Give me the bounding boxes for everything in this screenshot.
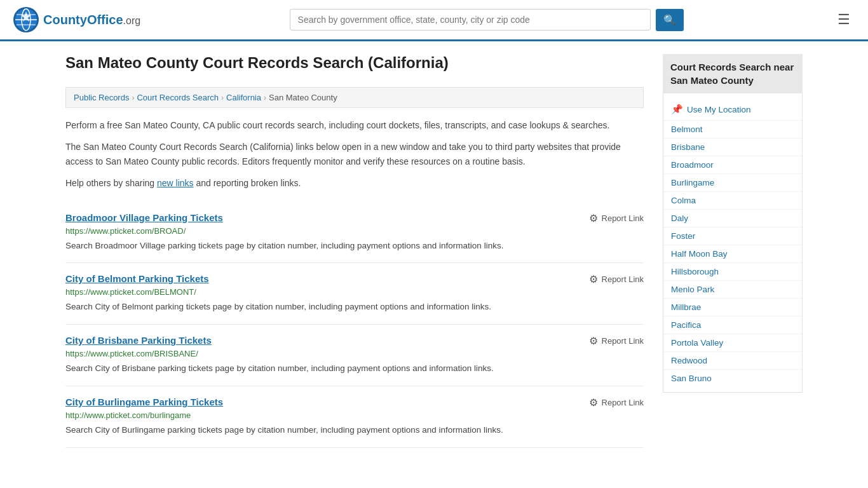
header-right: ☰: [832, 9, 855, 30]
sidebar-link-brisbane[interactable]: Brisbane: [663, 138, 802, 156]
result-url-3: http://www.pticket.com/burlingame: [65, 410, 644, 420]
result-desc-0: Search Broadmoor Village parking tickets…: [65, 240, 644, 253]
result-url-1: https://www.pticket.com/BELMONT/: [65, 287, 644, 297]
sidebar-link-daly[interactable]: Daly: [663, 209, 802, 227]
report-link-0[interactable]: ⚙ Report Link: [589, 212, 644, 224]
report-label-2: Report Link: [602, 336, 644, 346]
sidebar-link-belmont[interactable]: Belmont: [663, 120, 802, 138]
result-desc-2: Search City of Brisbane parking tickets …: [65, 362, 644, 376]
report-label-3: Report Link: [602, 398, 644, 407]
result-url-0: https://www.pticket.com/BROAD/: [65, 226, 644, 236]
logo-text[interactable]: CountyOffice.org: [43, 13, 140, 27]
logo-area: CountyOffice.org: [13, 6, 140, 33]
sidebar-link-foster[interactable]: Foster: [663, 227, 802, 245]
search-area: 🔍: [290, 9, 684, 31]
result-desc-1: Search City of Belmont parking tickets p…: [65, 301, 644, 314]
breadcrumb: Public Records › Court Records Search › …: [65, 87, 644, 108]
sidebar-content: 📌 Use My Location Belmont Brisbane Broad…: [663, 93, 803, 393]
report-icon-3: ⚙: [589, 396, 598, 409]
breadcrumb-public-records[interactable]: Public Records: [74, 93, 129, 102]
help-text-after: and reporting broken links.: [194, 178, 301, 188]
search-input[interactable]: [290, 9, 651, 30]
report-link-2[interactable]: ⚙ Report Link: [589, 335, 644, 347]
page-title: San Mateo County Court Records Search (C…: [65, 54, 644, 78]
result-item-1: City of Belmont Parking Tickets ⚙ Report…: [65, 263, 644, 325]
breadcrumb-san-mateo: San Mateo County: [269, 93, 337, 102]
result-item-0: Broadmoor Village Parking Tickets ⚙ Repo…: [65, 202, 644, 264]
search-icon: 🔍: [663, 15, 676, 25]
sidebar-link-san-bruno[interactable]: San Bruno: [663, 369, 802, 387]
result-url-2: https://www.pticket.com/BRISBANE/: [65, 349, 644, 358]
breadcrumb-sep-3: ›: [264, 93, 266, 102]
report-icon-1: ⚙: [589, 273, 598, 285]
sidebar-link-hillsborough[interactable]: Hillsborough: [663, 262, 802, 280]
results-list: Broadmoor Village Parking Tickets ⚙ Repo…: [65, 202, 644, 449]
sidebar-link-half-moon-bay[interactable]: Half Moon Bay: [663, 245, 802, 262]
description-2: The San Mateo County Court Records Searc…: [65, 140, 644, 168]
breadcrumb-sep-1: ›: [132, 93, 134, 102]
sidebar: Court Records Search near San Mateo Coun…: [663, 54, 803, 448]
result-title-0[interactable]: Broadmoor Village Parking Tickets: [65, 212, 223, 223]
main-container: San Mateo County Court Records Search (C…: [53, 41, 815, 448]
sidebar-link-colma[interactable]: Colma: [663, 191, 802, 209]
logo-icon: [13, 6, 39, 33]
sidebar-link-redwood[interactable]: Redwood: [663, 351, 802, 369]
result-item-3: City of Burlingame Parking Tickets ⚙ Rep…: [65, 386, 644, 448]
description-1: Perform a free San Mateo County, CA publ…: [65, 118, 644, 132]
sidebar-link-pacifica[interactable]: Pacifica: [663, 316, 802, 334]
menu-button[interactable]: ☰: [832, 9, 855, 30]
result-item-2: City of Brisbane Parking Tickets ⚙ Repor…: [65, 325, 644, 386]
sidebar-link-broadmoor[interactable]: Broadmoor: [663, 156, 802, 173]
sidebar-link-burlingame[interactable]: Burlingame: [663, 173, 802, 191]
site-header: CountyOffice.org 🔍 ☰: [0, 0, 868, 41]
result-title-2[interactable]: City of Brisbane Parking Tickets: [65, 335, 212, 346]
breadcrumb-california[interactable]: California: [226, 93, 261, 102]
use-location-label: Use My Location: [687, 105, 751, 114]
use-my-location-link[interactable]: 📌 Use My Location: [663, 98, 802, 120]
hamburger-icon: ☰: [837, 11, 850, 27]
report-icon-2: ⚙: [589, 335, 598, 347]
report-link-1[interactable]: ⚙ Report Link: [589, 273, 644, 285]
breadcrumb-court-records[interactable]: Court Records Search: [137, 93, 219, 102]
location-pin-icon: 📌: [671, 104, 683, 115]
sidebar-title: Court Records Search near San Mateo Coun…: [663, 54, 803, 93]
report-label-0: Report Link: [602, 214, 644, 223]
help-text: Help others by sharing new links and rep…: [65, 176, 644, 190]
result-desc-3: Search City of Burlingame parking ticket…: [65, 424, 644, 437]
new-links-link[interactable]: new links: [157, 178, 194, 188]
sidebar-link-portola-valley[interactable]: Portola Valley: [663, 334, 802, 351]
sidebar-link-millbrae[interactable]: Millbrae: [663, 298, 802, 316]
result-title-3[interactable]: City of Burlingame Parking Tickets: [65, 396, 223, 407]
breadcrumb-sep-2: ›: [221, 93, 224, 102]
help-text-before: Help others by sharing: [65, 178, 157, 188]
report-icon-0: ⚙: [589, 212, 598, 224]
content-area: San Mateo County Court Records Search (C…: [65, 54, 644, 448]
report-link-3[interactable]: ⚙ Report Link: [589, 396, 644, 409]
search-button[interactable]: 🔍: [656, 9, 684, 31]
sidebar-link-menlo-park[interactable]: Menlo Park: [663, 280, 802, 298]
report-label-1: Report Link: [602, 274, 644, 284]
result-title-1[interactable]: City of Belmont Parking Tickets: [65, 273, 209, 284]
